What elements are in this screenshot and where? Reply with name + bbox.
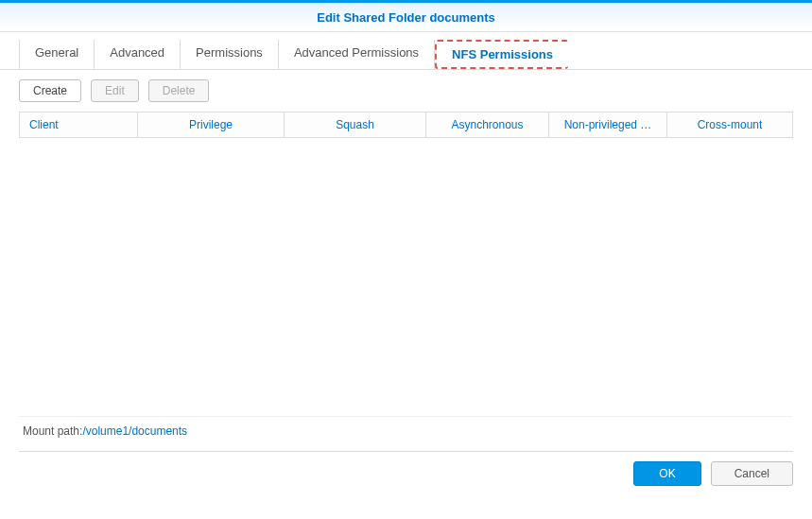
tab-permissions[interactable]: Permissions	[181, 40, 279, 69]
permissions-table: Client Privilege Squash Asynchronous Non…	[19, 112, 793, 417]
tab-bar: General Advanced Permissions Advanced Pe…	[0, 32, 812, 70]
title-bar: Edit Shared Folder documents	[0, 3, 812, 32]
footer-divider	[19, 451, 793, 452]
create-button[interactable]: Create	[19, 79, 81, 102]
column-header-non-privileged[interactable]: Non-privileged …	[549, 112, 667, 137]
tab-general[interactable]: General	[19, 40, 95, 69]
column-header-squash[interactable]: Squash	[285, 112, 426, 137]
toolbar: Create Edit Delete	[0, 70, 812, 112]
cancel-button[interactable]: Cancel	[711, 461, 793, 486]
table-header-row: Client Privilege Squash Asynchronous Non…	[19, 112, 793, 138]
column-header-privilege[interactable]: Privilege	[138, 112, 285, 137]
mount-path-value: /volume1/documents	[82, 424, 187, 438]
mount-path-row: Mount path:/volume1/documents	[0, 417, 812, 445]
edit-button[interactable]: Edit	[91, 79, 139, 102]
tab-nfs-permissions[interactable]: NFS Permissions	[435, 40, 568, 69]
tab-advanced-permissions[interactable]: Advanced Permissions	[279, 40, 435, 69]
window-title: Edit Shared Folder documents	[317, 10, 495, 25]
ok-button[interactable]: OK	[633, 461, 700, 486]
tab-advanced[interactable]: Advanced	[95, 40, 181, 69]
table-body-empty	[19, 138, 793, 417]
footer-button-row: OK Cancel	[0, 458, 812, 490]
column-header-client[interactable]: Client	[20, 112, 138, 137]
mount-path-label: Mount path:	[23, 424, 82, 438]
column-header-asynchronous[interactable]: Asynchronous	[426, 112, 549, 137]
delete-button[interactable]: Delete	[148, 79, 210, 102]
column-header-cross-mount[interactable]: Cross-mount	[667, 112, 792, 137]
